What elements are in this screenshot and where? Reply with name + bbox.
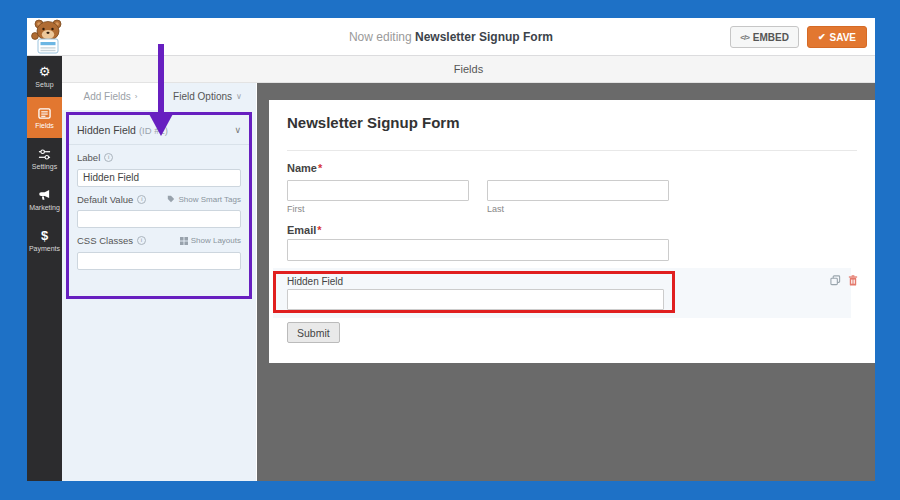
- name-first-input[interactable]: [287, 180, 469, 201]
- tag-icon: [167, 195, 175, 203]
- annotation-arrow-head: [148, 112, 174, 136]
- email-input[interactable]: [287, 239, 669, 261]
- required-asterisk: *: [317, 224, 321, 236]
- builder-sidebar: ⚙ Setup Fields Settings Marketing: [27, 56, 62, 481]
- show-layouts-label: Show Layouts: [191, 236, 241, 245]
- duplicate-icon[interactable]: [830, 272, 841, 283]
- field-options-header-label: Hidden Field: [77, 124, 136, 136]
- embed-button-label: EMBED: [753, 32, 789, 43]
- sidebar-item-marketing[interactable]: Marketing: [27, 179, 62, 220]
- annotation-purple-box: Hidden Field (ID #2) ∨ Label i Default V…: [66, 112, 252, 299]
- css-classes-option-group: CSS Classes i Show Layouts: [69, 228, 249, 270]
- app-window: Now editing Newsletter Signup Form </> E…: [27, 18, 875, 481]
- chevron-right-icon: ›: [135, 92, 138, 101]
- dollar-icon: $: [41, 229, 48, 243]
- sidebar-item-fields[interactable]: Fields: [27, 97, 62, 138]
- tab-add-fields-label: Add Fields: [84, 91, 131, 102]
- sidebar-item-label: Payments: [29, 245, 60, 252]
- form-preview-title: Newsletter Signup Form: [287, 114, 460, 131]
- required-asterisk: *: [318, 162, 322, 174]
- name-last-input[interactable]: [487, 180, 669, 201]
- hidden-field-input[interactable]: [287, 289, 664, 310]
- grid-icon: [180, 237, 188, 245]
- sidebar-item-label: Fields: [35, 122, 54, 129]
- topbar-actions: </> EMBED ✔ SAVE: [730, 26, 867, 48]
- code-icon: </>: [740, 33, 749, 42]
- show-smart-tags-label: Show Smart Tags: [178, 195, 241, 204]
- info-icon: i: [137, 236, 146, 245]
- default-value-option-label: Default Value: [77, 194, 133, 205]
- check-icon: ✔: [818, 32, 826, 42]
- chevron-down-icon: ∨: [234, 125, 241, 135]
- hidden-field-label: Hidden Field: [287, 276, 343, 287]
- sidebar-item-setup[interactable]: ⚙ Setup: [27, 56, 62, 97]
- embed-button[interactable]: </> EMBED: [730, 26, 799, 48]
- email-field-label: Email*: [287, 224, 322, 236]
- save-button-label: SAVE: [830, 32, 857, 43]
- now-editing-text: Now editing: [349, 30, 412, 44]
- default-value-option-input[interactable]: [77, 210, 241, 228]
- sidebar-item-payments[interactable]: $ Payments: [27, 220, 62, 261]
- css-classes-option-label: CSS Classes: [77, 235, 133, 246]
- default-value-option-group: Default Value i Show Smart Tags: [69, 187, 249, 229]
- save-button[interactable]: ✔ SAVE: [807, 26, 867, 48]
- tab-field-options-label: Field Options: [173, 91, 232, 102]
- chevron-down-icon: ∨: [236, 92, 242, 101]
- screenshot-frame: Now editing Newsletter Signup Form </> E…: [0, 0, 900, 500]
- info-icon: i: [137, 195, 146, 204]
- tab-add-fields[interactable]: Add Fields ›: [62, 83, 159, 110]
- sidebar-item-label: Settings: [32, 163, 57, 170]
- name-field-label: Name*: [287, 162, 322, 174]
- field-row-actions: [830, 272, 859, 283]
- sidebar-item-label: Marketing: [29, 204, 60, 211]
- css-classes-option-input[interactable]: [77, 252, 241, 270]
- first-sublabel: First: [287, 204, 305, 214]
- sliders-icon: [38, 147, 51, 161]
- form-name: Newsletter Signup Form: [415, 30, 553, 44]
- info-icon: i: [104, 153, 113, 162]
- fields-section-title: Fields: [454, 63, 483, 75]
- sidebar-item-settings[interactable]: Settings: [27, 138, 62, 179]
- label-option-input[interactable]: [77, 169, 241, 187]
- form-preview: Newsletter Signup Form Name* First Last …: [269, 100, 875, 363]
- fields-list-icon: [38, 106, 51, 120]
- submit-button[interactable]: Submit: [287, 322, 340, 343]
- title-divider: [287, 150, 857, 151]
- label-option-label: Label: [77, 152, 100, 163]
- field-options-panel: Add Fields › Field Options ∨ Hidden Fiel…: [62, 83, 256, 481]
- gear-icon: ⚙: [39, 65, 51, 79]
- last-sublabel: Last: [487, 204, 504, 214]
- builder-canvas: Newsletter Signup Form Name* First Last …: [256, 83, 875, 481]
- fields-section-bar: Fields: [62, 56, 875, 83]
- annotation-arrow-line: [158, 44, 164, 112]
- topbar: Now editing Newsletter Signup Form </> E…: [27, 18, 875, 56]
- tab-field-options[interactable]: Field Options ∨: [159, 83, 256, 110]
- label-option-group: Label i: [69, 145, 249, 187]
- megaphone-icon: [38, 188, 51, 202]
- sidebar-item-label: Setup: [35, 81, 53, 88]
- show-smart-tags-link[interactable]: Show Smart Tags: [167, 195, 241, 204]
- trash-icon[interactable]: [848, 272, 859, 283]
- show-layouts-link[interactable]: Show Layouts: [180, 236, 241, 245]
